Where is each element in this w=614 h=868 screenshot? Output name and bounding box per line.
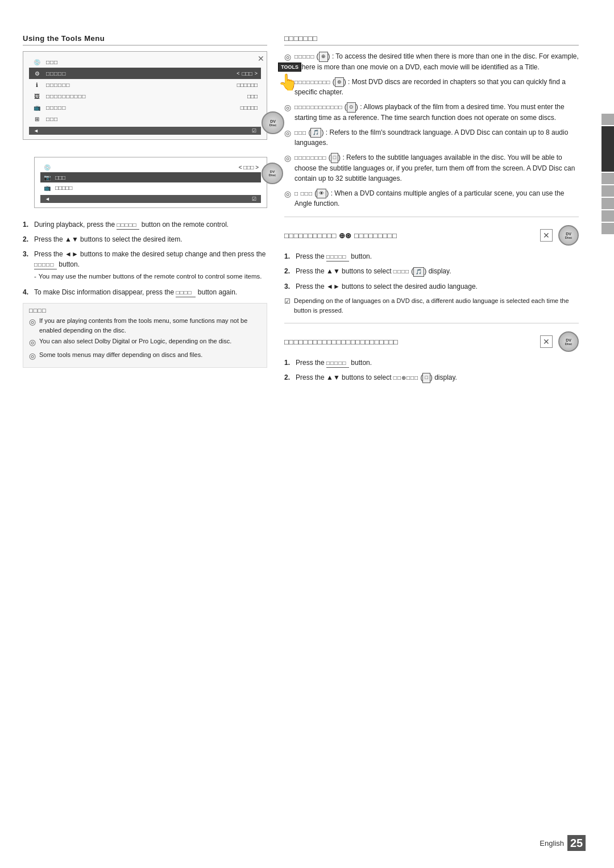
subtitle-section: □□□□□□□□□□□□□□□□□□□□□□□□ ✕ DV Disc 1. Pr… xyxy=(284,331,579,383)
info-icon: ℹ xyxy=(32,81,42,89)
time-icon-inline: ⊙ xyxy=(347,102,356,113)
audio-step-icon: 🎵 xyxy=(413,267,424,277)
angle-icon-inline: 👁 xyxy=(317,189,326,199)
menu-row-5: 📺 □□□□□ □□□□□ xyxy=(29,102,261,113)
bullet-1: ◎ □□□□□ (⊕) : To access the desired titl… xyxy=(284,51,579,72)
audio-step-1: 1. Press the □□□□□ button. xyxy=(284,251,579,261)
audio-x-icon: ✕ xyxy=(540,229,553,242)
monitor-icon-2: 📺 xyxy=(43,184,52,192)
multi-icon: ⊞ xyxy=(32,115,42,123)
bullet-6: ◎ □ □□□ (👁) : When a DVD contains multip… xyxy=(284,188,579,209)
main-content: Using the Tools Menu ✕ 💿 □□□ ⚙ xyxy=(0,0,601,868)
english-label: English xyxy=(540,839,564,848)
menu-row-2-selected: ⚙ □□□□□ < □□□ > xyxy=(29,68,261,79)
disc-icon-inline: ⊕ xyxy=(319,52,328,62)
sidebar-tab-6 xyxy=(601,223,614,234)
step-3-sub: You may use the number buttons of the re… xyxy=(34,272,267,281)
bullet-sym-3: ◎ xyxy=(284,102,291,114)
bullet-sym-5: ◎ xyxy=(284,152,291,164)
checkbox-sym: ☑ xyxy=(284,296,291,306)
chapter-icon-inline: ⊛ xyxy=(335,77,344,88)
second-screenshot: 💿 < □□□ > 📷 □□□ xyxy=(34,157,267,208)
subtitle-step-icon: □ xyxy=(422,373,430,383)
note-item-3: ◎ Some tools menus may differ depending … xyxy=(29,350,261,362)
divider-2 xyxy=(284,323,579,323)
image-icon: 🖼 xyxy=(32,92,42,100)
step-3: 3. Press the ◄► buttons to make the desi… xyxy=(23,249,267,283)
steps-list: 1. During playback, press the □□□□□ butt… xyxy=(23,219,267,297)
menu-row-3: ℹ □□□□□□ □□□□□□ xyxy=(29,79,261,90)
disc-icon-2: 💿 xyxy=(43,163,52,171)
second-menu-row-2: 📷 □□□ xyxy=(40,172,261,182)
disc-icon: 💿 xyxy=(32,58,42,66)
menu-row-4: 🖼 □□□□□□□□□□ □□□ xyxy=(29,90,261,102)
bullet-sym-1: ◎ xyxy=(284,51,291,63)
disc-menu-title: □□□□□□□ xyxy=(284,34,579,45)
close-icon: ✕ xyxy=(258,54,264,63)
sidebar-tab-active xyxy=(601,126,614,172)
note-section: □□□□ ◎ If you are playing contents from … xyxy=(23,303,267,368)
page-container: Using the Tools Menu ✕ 💿 □□□ ⚙ xyxy=(0,0,614,868)
audio-step-3: 3. Press the ◄► buttons to select the de… xyxy=(284,281,579,292)
subtitle-steps: 1. Press the □□□□□ button. 2. Press the … xyxy=(284,358,579,383)
page-number: 25 xyxy=(567,835,586,851)
right-column: □□□□□□□ ◎ □□□□□ (⊕) : To access the desi… xyxy=(284,34,579,845)
left-section-title-text: Using the Tools Menu xyxy=(23,34,105,43)
disc-button-icon: DV Disc xyxy=(262,111,284,134)
menu-row-6: ⊞ □□□ xyxy=(29,113,261,124)
step-4: 4. To make Disc information disappear, p… xyxy=(23,287,267,297)
left-arrow: < xyxy=(237,70,239,76)
page-footer: English 25 xyxy=(540,835,586,851)
camera-icon-2: 📷 xyxy=(43,173,52,181)
sidebar-tab-3 xyxy=(601,185,614,197)
left-section-title: Using the Tools Menu xyxy=(23,34,267,45)
bullet-5: ◎ □□□□□□□□ (□) : Refers to the subtitle … xyxy=(284,152,579,184)
audio-icon-inline: 🎵 xyxy=(310,128,321,138)
audio-note: ☑ Depending on the of languages on a DVD… xyxy=(284,296,579,315)
page-number-container: English 25 xyxy=(540,835,586,851)
bullet-4: ◎ □□□ (🎵) : Refers to the film's soundtr… xyxy=(284,127,579,148)
left-column: Using the Tools Menu ✕ 💿 □□□ ⚙ xyxy=(23,34,267,845)
divider-1 xyxy=(284,217,579,217)
sidebar-tab-4 xyxy=(601,198,614,209)
note-bullet-1: ◎ xyxy=(29,316,36,328)
audio-step-2: 2. Press the ▲▼ buttons to select □□□□ (… xyxy=(284,266,579,277)
subtitle-step-1: 1. Press the □□□□□ button. xyxy=(284,358,579,368)
subtitle-section-header: □□□□□□□□□□□□□□□□□□□□□□□□ ✕ DV Disc xyxy=(284,331,579,352)
note-title: □□□□ xyxy=(29,307,261,314)
bullet-sym-4: ◎ xyxy=(284,127,291,139)
subtitle-section-title: □□□□□□□□□□□□□□□□□□□□□□□□ xyxy=(284,338,534,346)
bullet-3: ◎ □□□□□□□□□□□□ (⊙) : Allows playback of … xyxy=(284,102,579,123)
step-1: 1. During playback, press the □□□□□ butt… xyxy=(23,219,267,230)
audio-section-title: □□□□□□□□□□□ ⊕⊛ □□□□□□□□□ xyxy=(284,231,534,240)
audio-section: □□□□□□□□□□□ ⊕⊛ □□□□□□□□□ ✕ DV Disc 1. Pr… xyxy=(284,225,579,315)
subtitle-icon-inline: □ xyxy=(331,153,338,163)
subtitle-step-2: 2. Press the ▲▼ buttons to select □□⊕□□□… xyxy=(284,372,579,383)
second-menu-row-1: 💿 < □□□ > xyxy=(40,162,261,172)
right-sidebar xyxy=(601,114,614,234)
right-arrow: > xyxy=(255,70,258,76)
note-item-2: ◎ You can also select Dolby Digital or P… xyxy=(29,337,261,348)
bullet-sym-6: ◎ xyxy=(284,188,291,200)
screen-icon: 📺 xyxy=(32,103,42,111)
subtitle-disc-btn: DV Disc xyxy=(558,331,579,352)
sidebar-tab-1 xyxy=(601,114,614,125)
first-screenshot: ✕ 💿 □□□ ⚙ □□□□□ < □□ xyxy=(23,51,267,140)
step-2: 2. Press the ▲▼ buttons to select the de… xyxy=(23,234,267,244)
bottom-bar-2: ◄ ☑ xyxy=(40,195,261,203)
note-item-1: ◎ If you are playing contents from the t… xyxy=(29,316,261,335)
sidebar-tab-5 xyxy=(601,210,614,222)
subtitle-x-icon: ✕ xyxy=(540,335,553,348)
note-bullet-3: ◎ xyxy=(29,350,36,362)
screenshot-inner: 💿 □□□ ⚙ □□□□□ < □□□ > xyxy=(23,52,267,139)
sidebar-tab-2 xyxy=(601,173,614,184)
menu-row-1: 💿 □□□ xyxy=(29,56,261,68)
bottom-bar-1: ◄ ☑ xyxy=(29,127,261,135)
bullet-2: ◎ □□□□□□□□□ (⊛) : Most DVD discs are rec… xyxy=(284,77,579,98)
audio-disc-btn: DV Disc xyxy=(558,225,579,246)
settings-icon: ⚙ xyxy=(32,69,42,77)
audio-steps: 1. Press the □□□□□ button. 2. Press the … xyxy=(284,251,579,292)
second-menu-row-3: 📺 □□□□□ xyxy=(40,182,261,193)
disc-button-icon-2: DV Disc xyxy=(262,163,283,184)
audio-section-header: □□□□□□□□□□□ ⊕⊛ □□□□□□□□□ ✕ DV Disc xyxy=(284,225,579,246)
